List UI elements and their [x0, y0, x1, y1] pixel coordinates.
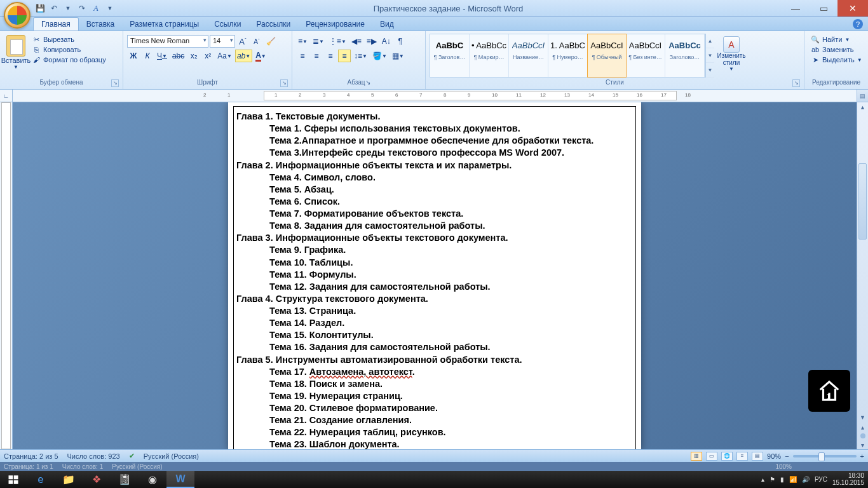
horizontal-ruler[interactable]: 21123456789101112131415161718 [13, 90, 857, 102]
status-language[interactable]: Русский (Россия) [144, 452, 199, 460]
copy-button[interactable]: ⎘Копировать [32, 45, 106, 54]
view-web-layout[interactable]: 🌐 [721, 452, 733, 461]
view-full-screen[interactable]: ▭ [706, 452, 717, 461]
show-marks-button[interactable]: ¶ [394, 35, 407, 48]
tray-flag-icon[interactable]: ⚑ [770, 476, 775, 483]
tab-Вставка[interactable]: Вставка [79, 18, 123, 30]
scroll-track[interactable] [857, 112, 868, 412]
qat-undo-icon[interactable]: ↶ [49, 3, 59, 13]
qat-customize-icon[interactable]: ▼ [105, 3, 115, 13]
topic-line[interactable]: Тема 4. Символ, слово. [269, 172, 633, 184]
line-spacing-button[interactable]: ↕≡▼ [352, 50, 369, 62]
styles-dialog-launcher[interactable]: ↘ [792, 79, 800, 87]
status-word-count[interactable]: Число слов: 923 [67, 452, 120, 460]
tab-Разметка страницы[interactable]: Разметка страницы [122, 18, 207, 30]
topic-line[interactable]: Тема 9. Графика. [269, 244, 633, 256]
tab-Рецензирование[interactable]: Рецензирование [298, 18, 372, 30]
borders-button[interactable]: ▦▼ [390, 50, 406, 62]
chapter-line[interactable]: Глава 4. Структура текстового документа. [236, 293, 633, 305]
topic-line[interactable]: Тема 13. Страница. [269, 305, 633, 317]
sort-button[interactable]: A↓ [380, 35, 393, 48]
cut-button[interactable]: ✂Вырезать [32, 35, 106, 44]
next-page-button[interactable]: ▾ [857, 440, 868, 449]
multilevel-list-button[interactable]: ⋮≡▼ [327, 35, 348, 48]
topic-line[interactable]: Тема 17. Автозамена, автотекст. [269, 366, 633, 378]
increase-indent-button[interactable]: ≡▶ [365, 35, 379, 48]
style-item[interactable]: 1. AaBbC¶ Нумеро… [548, 34, 588, 77]
find-button[interactable]: 🔍Найти▼ [811, 35, 862, 44]
styles-expand[interactable]: ▼ [706, 63, 714, 78]
tab-Главная[interactable]: Главная [33, 17, 79, 30]
chapter-line[interactable]: Глава 1. Текстовые документы. [236, 111, 633, 123]
prev-page-button[interactable]: ▴ [857, 423, 868, 431]
topic-line[interactable]: Тема 20. Стилевое форматирование. [269, 402, 633, 414]
grow-font-button[interactable]: Aˆ [236, 35, 249, 48]
topic-line[interactable]: Тема 23. Шаблон документа. [269, 438, 633, 449]
italic-button[interactable]: К [141, 50, 154, 62]
tray-expand-icon[interactable]: ▴ [761, 476, 764, 483]
topic-line[interactable]: Тема 5. Абзац. [269, 184, 633, 196]
chapter-line[interactable]: Глава 2. Информационные объекты текста и… [236, 159, 633, 172]
topic-line[interactable]: Тема 7. Форматирование объектов текста. [269, 208, 633, 220]
chapter-line[interactable]: Глава 5. Инструменты автоматизированной … [236, 354, 633, 366]
paste-button[interactable]: Вставить ▼ [3, 32, 29, 79]
scroll-up-button[interactable]: ▲ [857, 102, 868, 112]
align-center-button[interactable]: ≡ [310, 50, 323, 62]
font-dialog-launcher[interactable]: ↘ [280, 79, 288, 87]
clear-formatting-button[interactable]: 🧹 [264, 35, 278, 48]
vertical-ruler[interactable] [0, 102, 13, 449]
clipboard-dialog-launcher[interactable]: ↘ [111, 79, 119, 87]
topic-line[interactable]: Тема 10. Таблицы. [269, 257, 633, 269]
bullets-button[interactable]: ≡▼ [296, 35, 309, 48]
underline-button[interactable]: Ч▼ [155, 50, 169, 62]
taskbar-app2[interactable]: 📓 [111, 471, 139, 488]
topic-line[interactable]: Тема 12. Задания для самостоятельной раб… [269, 281, 633, 293]
taskbar-explorer[interactable]: 📁 [55, 471, 83, 488]
align-justify-button[interactable]: ≡ [338, 50, 351, 62]
tray-battery-icon[interactable]: ▮ [780, 476, 784, 483]
ruler-toggle[interactable]: ▤ [857, 90, 868, 102]
align-left-button[interactable]: ≡ [296, 50, 309, 62]
styles-scroll-down[interactable]: ▼ [706, 48, 714, 63]
shrink-font-button[interactable]: Aˇ [250, 35, 263, 48]
topic-line[interactable]: Тема 16. Задания для самостоятельной раб… [269, 341, 633, 353]
change-case-button[interactable]: Aa▼ [215, 50, 234, 62]
topic-line[interactable]: Тема 22. Нумерация таблиц, рисунков. [269, 426, 633, 438]
topic-line[interactable]: Тема 11. Формулы. [269, 269, 633, 281]
style-item[interactable]: AaBbCcIНазвание… [509, 34, 548, 77]
status-proofing-icon[interactable]: ✔ [129, 452, 135, 460]
topic-line[interactable]: Тема 19. Нумерация страниц. [269, 390, 633, 402]
tray-volume-icon[interactable]: 🔊 [802, 476, 810, 483]
topic-line[interactable]: Тема 8. Задания для самостоятельной рабо… [269, 220, 633, 232]
font-size-combo[interactable]: 14 [210, 35, 235, 48]
topic-line[interactable]: Тема 3.Интерфейс среды текстового профес… [269, 147, 633, 159]
close-button[interactable]: ✕ [837, 0, 868, 17]
tab-Вид[interactable]: Вид [372, 18, 402, 30]
topic-line[interactable]: Тема 6. Список. [269, 196, 633, 208]
zoom-out-button[interactable]: − [785, 452, 789, 460]
tray-network-icon[interactable]: 📶 [789, 476, 797, 483]
tray-clock[interactable]: 18:30 15.10.2015 [832, 473, 864, 486]
document-content[interactable]: Глава 1. Текстовые документы.Тема 1. Сфе… [233, 106, 636, 449]
qat-save-icon[interactable]: 💾 [35, 3, 45, 13]
tab-Ссылки[interactable]: Ссылки [207, 18, 248, 30]
taskbar-word[interactable]: W [166, 471, 194, 488]
taskbar-ie[interactable]: e [27, 471, 55, 488]
paragraph-dialog-launcher[interactable]: ↘ [365, 79, 370, 86]
strikethrough-button[interactable]: abc [170, 50, 186, 62]
style-item[interactable]: AaBbCcI¶ Обычный [587, 34, 627, 78]
highlight-button[interactable]: ab▼ [235, 50, 252, 62]
shading-button[interactable]: 🪣▼ [370, 50, 389, 62]
topic-line[interactable]: Тема 18. Поиск и замена. [269, 378, 633, 390]
tab-selector[interactable]: ∟ [0, 90, 13, 102]
chapter-line[interactable]: Глава 3. Информационные объекты текстово… [236, 232, 633, 244]
tab-Рассылки[interactable]: Рассылки [248, 18, 298, 30]
tray-language[interactable]: РУС [815, 476, 827, 483]
bold-button[interactable]: Ж [127, 50, 140, 62]
document-area[interactable]: Глава 1. Текстовые документы.Тема 1. Сфе… [13, 102, 857, 449]
status-page[interactable]: Страница: 2 из 5 [4, 452, 58, 460]
styles-scroll-up[interactable]: ▲ [706, 34, 714, 48]
topic-line[interactable]: Тема 21. Создание оглавления. [269, 414, 633, 426]
decrease-indent-button[interactable]: ◀≡ [349, 35, 363, 48]
zoom-slider[interactable] [793, 455, 857, 458]
